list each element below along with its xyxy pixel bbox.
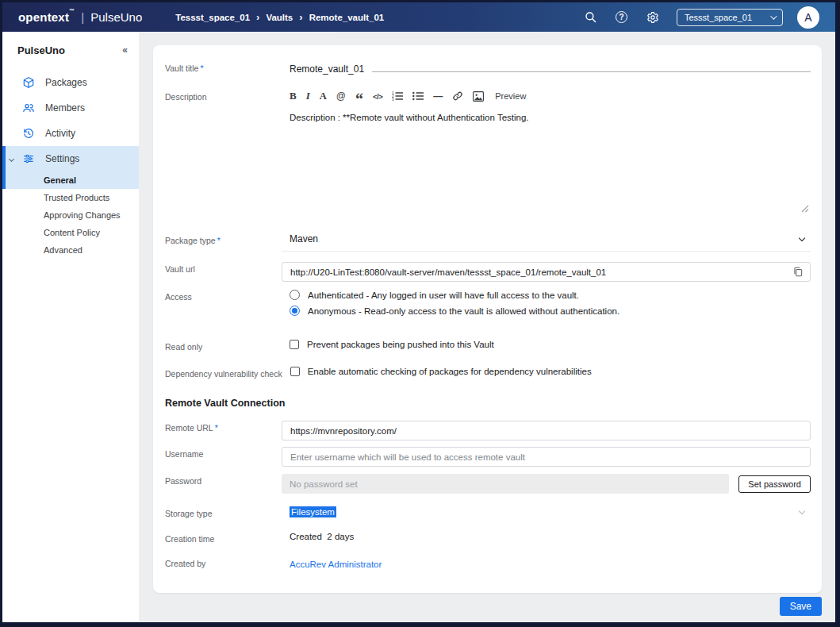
breadcrumb-separator: ›	[256, 12, 259, 22]
vault-url-input[interactable]	[282, 262, 811, 282]
sidebar-item-settings[interactable]: Settings	[2, 146, 139, 171]
sidebar-item-packages[interactable]: Packages	[2, 70, 139, 95]
checkbox-unchecked-icon	[290, 340, 299, 349]
vault-title-row: Vault title* Remote_vault_01	[165, 61, 811, 79]
creation-time-value: Created 2 days	[282, 532, 811, 541]
remote-url-row: Remote URL*	[165, 421, 811, 440]
vault-title-input[interactable]: Remote_vault_01	[282, 61, 811, 79]
read-only-checkbox[interactable]: Prevent packages being pushed into this …	[290, 340, 811, 349]
storage-type-select[interactable]: Filesystem	[282, 506, 811, 517]
brand-logo: opentext™ | PulseUno	[18, 10, 142, 24]
chevron-down-icon	[799, 234, 805, 240]
mention-icon[interactable]: @	[336, 90, 346, 102]
password-input	[290, 479, 723, 489]
breadcrumb-space[interactable]: Tessst_space_01	[175, 13, 250, 22]
storage-type-label: Storage type	[165, 506, 282, 518]
radio-unselected-icon	[290, 290, 300, 300]
storage-type-value: Filesystem	[290, 506, 336, 517]
sidebar-item-advanced[interactable]: Advanced	[2, 241, 139, 259]
resize-handle[interactable]	[801, 205, 809, 214]
required-asterisk: *	[217, 236, 221, 245]
space-selector-dropdown[interactable]: Tessst_space_01	[677, 9, 783, 26]
brand-divider: |	[81, 10, 84, 24]
package-type-select[interactable]: Maven	[282, 233, 811, 252]
help-icon[interactable]: ?	[615, 10, 628, 24]
username-input[interactable]	[290, 452, 804, 462]
sidebar-item-label: Packages	[45, 77, 87, 88]
read-only-row: Read only Prevent packages being pushed …	[165, 340, 811, 352]
horizontal-rule-icon[interactable]: —	[433, 90, 443, 102]
breadcrumb-vault-name[interactable]: Remote_vault_01	[309, 13, 385, 22]
created-by-label: Created by	[165, 556, 282, 568]
settings-form-card: Vault title* Remote_vault_01 Description…	[153, 45, 822, 593]
creation-time-row: Creation time Created 2 days	[165, 532, 811, 544]
created-by-row: Created by AccuRev Administrator	[165, 556, 811, 571]
vault-title-label: Vault title	[165, 63, 198, 73]
heading-icon[interactable]: A	[320, 90, 327, 102]
quote-icon[interactable]: “	[355, 93, 363, 106]
vault-url-row: Vault url	[165, 262, 811, 282]
remote-url-input[interactable]	[290, 426, 804, 436]
username-input-box	[282, 447, 811, 467]
gear-icon[interactable]	[646, 10, 659, 24]
required-asterisk: *	[200, 63, 203, 73]
sidebar: PulseUno « Packages Members Acti	[2, 32, 139, 622]
main-content: Vault title* Remote_vault_01 Description…	[139, 32, 835, 622]
created-by-link[interactable]: AccuRev Administrator	[282, 560, 382, 569]
description-editor[interactable]: Description : **Remote vault without Aut…	[282, 110, 811, 216]
italic-icon[interactable]: I	[306, 90, 310, 102]
bold-icon[interactable]: B	[290, 90, 297, 102]
access-option-anonymous[interactable]: Anonymous - Read-only access to the vaul…	[290, 306, 811, 316]
brand-product: PulseUno	[90, 10, 142, 24]
access-row: Access Authenticated - Any logged in use…	[165, 290, 811, 321]
sidebar-item-approving-changes[interactable]: Approving Changes	[2, 206, 139, 224]
preview-button[interactable]: Preview	[495, 91, 526, 101]
sidebar-title: PulseUno	[17, 44, 65, 56]
access-option-authenticated[interactable]: Authenticated - Any logged in user will …	[290, 290, 811, 300]
chevron-down-icon	[9, 156, 14, 161]
access-label: Access	[165, 290, 282, 302]
checkbox-unchecked-icon	[290, 367, 300, 376]
link-icon[interactable]	[452, 90, 463, 102]
sidebar-item-members[interactable]: Members	[2, 95, 139, 121]
image-icon[interactable]	[473, 90, 484, 102]
sidebar-item-activity[interactable]: Activity	[2, 121, 139, 146]
username-label: Username	[165, 447, 282, 459]
sidebar-item-content-policy[interactable]: Content Policy	[2, 224, 139, 241]
radio-selected-icon	[290, 306, 300, 316]
app-window: opentext™ | PulseUno Tessst_space_01 › V…	[0, 0, 840, 627]
dependency-check-checkbox[interactable]: Enable automatic checking of packages fo…	[290, 367, 811, 376]
set-password-button[interactable]: Set password	[738, 475, 811, 493]
package-icon	[22, 76, 35, 89]
section-title-remote-vault-connection: Remote Vault Connection	[165, 398, 811, 409]
copy-icon[interactable]	[792, 266, 804, 278]
search-icon[interactable]	[584, 10, 597, 24]
bullet-list-icon[interactable]	[412, 90, 424, 102]
username-row: Username	[165, 447, 811, 467]
svg-text:3: 3	[392, 98, 394, 101]
markdown-toolbar: B I A @ “ </> 123 —	[282, 90, 811, 102]
breadcrumb-separator: ›	[299, 12, 302, 22]
breadcrumb: Tessst_space_01 › Vaults › Remote_vault_…	[175, 12, 384, 22]
dependency-check-label: Dependency vulnerability check	[165, 367, 282, 379]
vault-url-label: Vault url	[165, 262, 282, 274]
form-footer: Save	[153, 593, 822, 616]
read-only-label: Read only	[165, 340, 282, 352]
package-type-label: Package type	[165, 236, 216, 245]
trademark-symbol: ™	[69, 8, 75, 13]
password-row: Password Set password	[165, 474, 811, 494]
password-label: Password	[165, 474, 282, 486]
sidebar-item-trusted-products[interactable]: Trusted Products	[2, 189, 139, 206]
breadcrumb-vaults[interactable]: Vaults	[266, 13, 293, 22]
save-button[interactable]: Save	[780, 597, 822, 616]
settings-icon	[22, 152, 35, 165]
avatar[interactable]: A	[797, 6, 819, 29]
ordered-list-icon[interactable]: 123	[392, 90, 403, 102]
package-type-row: Package type* Maven	[165, 233, 811, 252]
members-icon	[22, 102, 35, 114]
sidebar-item-general[interactable]: General	[2, 171, 139, 189]
creation-time-label: Creation time	[165, 532, 282, 544]
sidebar-collapse-icon[interactable]: «	[122, 44, 128, 56]
space-selector-value: Tessst_space_01	[685, 13, 752, 22]
code-icon[interactable]: </>	[373, 90, 382, 102]
